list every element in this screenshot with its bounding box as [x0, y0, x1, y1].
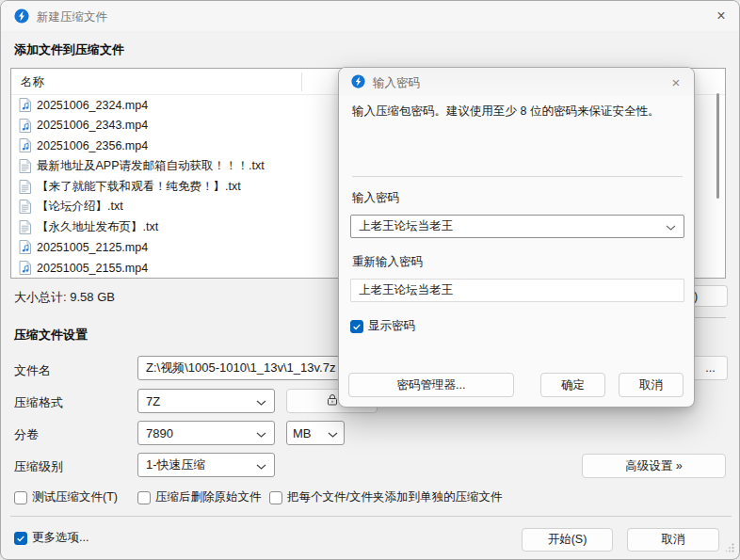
- enter-password-dialog: 输入密码 × 输入压缩包密码。建议使用至少 8 位的密码来保证安全性。 输入密码…: [338, 67, 695, 408]
- separator-fragment: [695, 317, 726, 318]
- text-file-icon: [19, 159, 31, 173]
- window-title: 新建压缩文件: [37, 9, 107, 25]
- password-dialog-titlebar: 输入密码 ×: [339, 68, 694, 96]
- volume-value: 7890: [146, 426, 173, 440]
- checkbox-label: 把每个文件/文件夹添加到单独的压缩文件: [287, 489, 502, 505]
- footer-separator: [10, 516, 732, 517]
- format-dropdown[interactable]: 7Z: [137, 389, 275, 413]
- video-file-icon: [19, 240, 31, 254]
- cancel-button[interactable]: 取消: [627, 528, 719, 552]
- column-header-name[interactable]: 名称: [21, 74, 44, 90]
- password-value: 上老王论坛当老王: [359, 218, 453, 234]
- password-manager-button[interactable]: 密码管理器...: [348, 373, 514, 397]
- format-label: 压缩格式: [14, 394, 63, 411]
- compression-level-dropdown[interactable]: 1-快速压缩: [137, 453, 275, 477]
- checkbox-box[interactable]: [350, 320, 363, 333]
- more-options-checkbox[interactable]: 更多选项...: [14, 530, 88, 546]
- checkbox-label: 显示密码: [368, 318, 415, 334]
- checkbox-box[interactable]: [137, 491, 151, 504]
- text-file-icon: [19, 180, 31, 194]
- close-icon[interactable]: ×: [709, 4, 733, 28]
- browse-button[interactable]: ...: [694, 356, 728, 380]
- chevron-down-icon: [256, 458, 266, 472]
- test-archive-checkbox[interactable]: 测试压缩文件(T): [14, 489, 118, 505]
- bandizip-app-icon: [351, 74, 365, 88]
- vertical-scrollbar[interactable]: [716, 93, 719, 199]
- titlebar: 新建压缩文件 ×: [1, 1, 740, 31]
- chevron-down-icon: [666, 220, 676, 233]
- volume-unit-value: MB: [293, 426, 312, 440]
- video-file-icon: [19, 119, 31, 133]
- archive-settings-heading: 压缩文件设置: [14, 327, 88, 344]
- column-divider[interactable]: [301, 72, 302, 91]
- video-file-icon: [19, 138, 31, 152]
- checkbox-label: 更多选项...: [32, 530, 88, 546]
- password-dialog-title: 输入密码: [373, 75, 420, 91]
- confirm-password-input[interactable]: [350, 279, 684, 302]
- advanced-settings-button[interactable]: 高级设置 »: [582, 454, 726, 478]
- resize-grip[interactable]: [725, 541, 734, 555]
- close-icon[interactable]: ×: [666, 72, 686, 92]
- checkbox-label: 测试压缩文件(T): [32, 489, 118, 505]
- partially-hidden-button[interactable]: ): [694, 285, 728, 307]
- format-value: 7Z: [146, 394, 160, 408]
- ok-button[interactable]: 确定: [540, 373, 605, 397]
- show-password-checkbox[interactable]: 显示密码: [350, 318, 415, 334]
- level-label: 压缩级别: [14, 458, 63, 475]
- text-file-icon: [19, 220, 31, 234]
- chevron-down-icon: [256, 426, 266, 440]
- text-file-icon: [19, 200, 31, 214]
- dialog-cancel-button[interactable]: 取消: [619, 373, 684, 397]
- checkbox-box[interactable]: [14, 491, 27, 504]
- confirm-password-label: 重新输入密码: [352, 254, 423, 270]
- volume-unit-dropdown[interactable]: MB: [286, 421, 345, 445]
- volume-label: 分卷: [14, 426, 39, 443]
- start-button[interactable]: 开始(S): [522, 528, 613, 552]
- video-file-icon: [19, 98, 31, 112]
- size-total-label: 大小总计: 9.58 GB: [14, 289, 115, 306]
- level-value: 1-快速压缩: [146, 456, 206, 473]
- delete-after-checkbox[interactable]: 压缩后删除原始文件: [137, 489, 262, 505]
- checkbox-box[interactable]: [14, 532, 27, 545]
- video-file-icon: [19, 261, 31, 275]
- new-archive-window: 新建压缩文件 × 添加文件到压缩文件 名称 20251006_2324.mp4 …: [0, 0, 740, 560]
- filename-label: 文件名: [14, 362, 51, 379]
- bandizip-app-icon: [14, 8, 29, 24]
- separate-archives-checkbox[interactable]: 把每个文件/文件夹添加到单独的压缩文件: [269, 489, 502, 505]
- checkbox-box[interactable]: [269, 491, 282, 504]
- checkbox-label: 压缩后删除原始文件: [155, 489, 262, 505]
- add-files-heading: 添加文件到压缩文件: [14, 41, 124, 58]
- chevron-down-icon: [328, 426, 338, 440]
- password-dialog-separator: [352, 176, 683, 177]
- lock-icon: [327, 393, 338, 408]
- password-combobox[interactable]: 上老王论坛当老王: [350, 215, 684, 238]
- volume-size-dropdown[interactable]: 7890: [137, 421, 275, 445]
- password-label: 输入密码: [352, 190, 399, 206]
- password-instruction: 输入压缩包密码。建议使用至少 8 位的密码来保证安全性。: [352, 103, 682, 120]
- chevron-down-icon: [256, 394, 266, 408]
